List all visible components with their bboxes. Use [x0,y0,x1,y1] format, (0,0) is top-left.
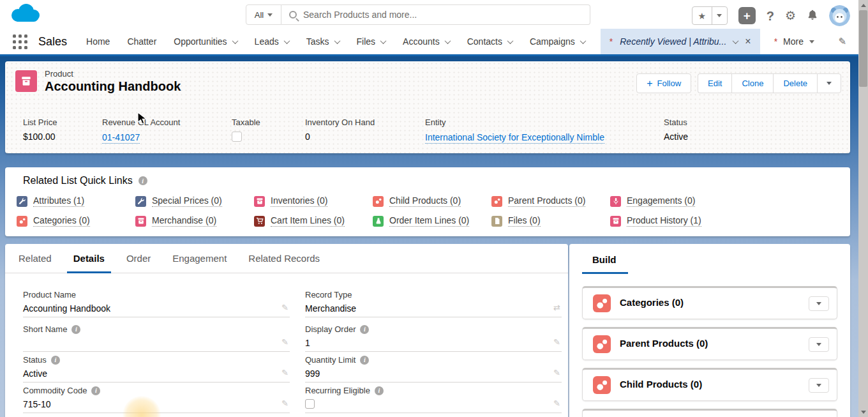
quick-link-cart-item-lines[interactable]: Cart Item Lines (0) [254,215,373,227]
quick-link-categories[interactable]: Categories (0) [17,215,135,227]
quick-link-inventories[interactable]: Inventories (0) [254,195,373,207]
favorites-menu-button[interactable] [712,7,727,24]
build-section-child-products[interactable]: Child Products (0) [582,368,837,401]
taxable-checkbox[interactable] [232,132,242,142]
app-navigation-bar: Sales Home Chatter Opportunities Leads T… [0,29,868,56]
setup-gear-icon[interactable]: ⚙ [785,10,796,22]
record-detail-card: Related Details Order Engagement Related… [5,244,568,417]
expand-section-button[interactable] [809,296,829,311]
quick-links-title: Related List Quick Links i [23,175,147,186]
search-scope-selector[interactable]: All [246,4,281,25]
search-input[interactable] [303,10,582,20]
more-actions-button[interactable] [817,73,841,93]
chevron-down-icon [827,82,832,85]
tab-related[interactable]: Related [12,253,58,273]
vertical-scrollbar[interactable] [858,0,868,417]
field-commodity-code: Commodity Codei 715-10 ✎ [23,385,290,413]
tab-details[interactable]: Details [67,253,111,273]
user-avatar[interactable] [829,5,850,26]
edit-button[interactable]: Edit [698,73,731,93]
app-launcher-icon[interactable] [13,34,27,49]
info-icon[interactable]: i [360,325,369,334]
close-tab-icon[interactable]: × [745,36,751,47]
edit-pencil-icon[interactable]: ✎ [281,398,288,408]
favorites-button[interactable]: ★ [692,6,728,25]
info-icon[interactable]: i [51,356,60,365]
record-actions: +Follow Edit Clone Delete [636,73,841,93]
nav-tab-leads[interactable]: Leads [255,36,289,47]
edit-pencil-icon[interactable]: ✎ [281,368,288,377]
app-name[interactable]: Sales [38,35,67,49]
recurring-eligible-checkbox[interactable] [305,399,315,409]
edit-pencil-icon[interactable]: ✎ [553,368,560,377]
build-panel-card: Build Categories (0) Parent Products (0)… [569,244,850,417]
quick-link-files[interactable]: Files (0) [491,215,610,227]
info-icon[interactable]: i [71,325,80,334]
tab-engagement[interactable]: Engagement [166,253,233,273]
nav-tab-home[interactable]: Home [86,36,110,47]
salesforce-logo[interactable] [8,1,45,29]
entity-link[interactable]: International Society for Exceptionally … [425,132,604,144]
quick-link-special-prices[interactable]: Special Prices (0) [135,195,254,207]
quick-link-attributes[interactable]: Attributes (1) [17,195,135,207]
tab-related-records[interactable]: Related Records [242,253,326,273]
edit-pencil-icon[interactable]: ✎ [281,337,288,347]
quick-link-merchandise[interactable]: Merchandise (0) [135,215,254,227]
chevron-down-icon [816,384,821,387]
nav-active-tab-recently-viewed[interactable]: * Recently Viewed | Attribu... × [601,29,760,54]
quick-link-child-products[interactable]: Child Products (0) [373,195,491,207]
highlight-field-entity: Entity International Society for Excepti… [425,118,604,143]
search-field-wrap [281,4,590,25]
delete-button[interactable]: Delete [773,73,817,93]
edit-pencil-icon[interactable]: ✎ [553,337,560,347]
tab-order[interactable]: Order [120,253,157,273]
revenue-gl-account-link[interactable]: 01-41027 [102,132,140,144]
info-icon[interactable]: i [138,176,147,185]
quick-link-product-history[interactable]: Product History (1) [610,215,729,227]
nav-tab-contacts[interactable]: Contacts [467,36,513,47]
salesforce-app: All ★ + ? ⚙ [0,0,868,417]
build-section-partial[interactable] [582,409,837,417]
chevron-down-icon[interactable] [733,38,739,44]
gears-icon [593,294,611,312]
nav-tab-accounts[interactable]: Accounts [403,36,450,47]
build-section-parent-products[interactable]: Parent Products (0) [582,327,837,360]
edit-nav-pencil-icon[interactable]: ✎ [838,36,846,47]
gears-icon [593,335,611,353]
star-icon[interactable]: ★ [692,7,712,24]
nav-tab-chatter[interactable]: Chatter [127,36,156,47]
edit-pencil-icon[interactable]: ✎ [281,303,288,312]
notifications-bell-icon[interactable] [807,9,818,23]
nav-tab-campaigns[interactable]: Campaigns [530,36,585,47]
follow-button[interactable]: +Follow [636,73,691,93]
scrollbar-thumb[interactable] [859,10,867,87]
global-actions-button[interactable]: + [738,7,756,24]
global-header: All ★ + ? ⚙ [0,0,868,29]
info-icon[interactable]: i [375,386,384,395]
info-icon[interactable]: i [360,356,369,365]
info-icon[interactable]: i [91,386,100,395]
record-header-card: Product Accounting Handbook +Follow Edit… [5,61,850,153]
edit-pencil-icon[interactable]: ✎ [553,398,560,408]
clone-button[interactable]: Clone [731,73,773,93]
tab-build[interactable]: Build [592,254,617,265]
nav-tab-files[interactable]: Files [357,36,386,47]
box-icon [135,216,146,227]
quick-link-order-item-lines[interactable]: Order Item Lines (0) [373,215,491,227]
field-record-type: Record Type Merchandise ⇄ [305,289,562,317]
nav-tab-opportunities[interactable]: Opportunities [174,36,237,47]
box-icon [254,196,265,207]
change-record-type-icon[interactable]: ⇄ [553,303,560,312]
chevron-down-icon [444,38,451,44]
help-icon[interactable]: ? [767,10,774,22]
quick-link-engagements[interactable]: Engagements (0) [610,195,729,207]
quick-link-parent-products[interactable]: Parent Products (0) [491,195,610,207]
scroll-up-arrow[interactable] [858,1,868,10]
expand-section-button[interactable] [809,378,829,393]
nav-more-menu[interactable]: * More [774,36,814,47]
build-section-categories[interactable]: Categories (0) [582,286,837,319]
scroll-down-arrow[interactable] [858,407,868,416]
nav-tab-tasks[interactable]: Tasks [306,36,340,47]
expand-section-button[interactable] [809,337,829,352]
global-search: All [246,4,590,25]
